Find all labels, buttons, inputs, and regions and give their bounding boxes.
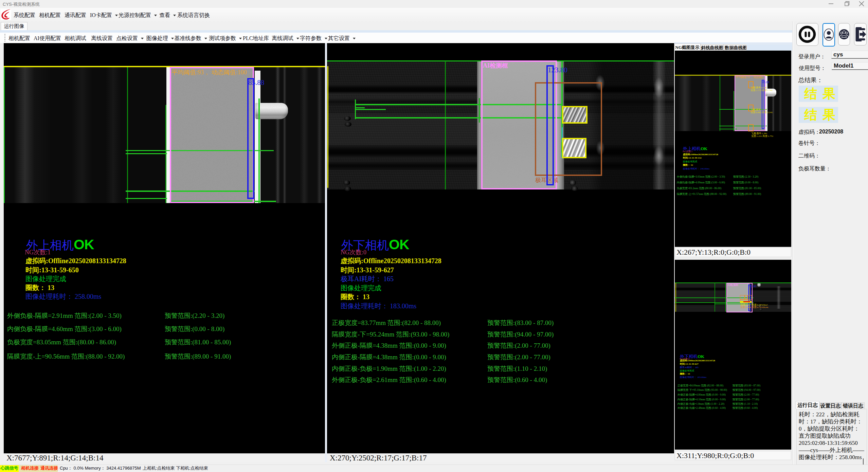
texture-layer [777, 286, 781, 309]
restore-icon[interactable] [842, 0, 852, 8]
green-line [720, 76, 720, 131]
texture-layer [675, 76, 791, 131]
measure-row: 外侧正极-负极=2.61mm 范围:(0.60 - 4.00) [332, 376, 446, 384]
measure-row: 预警范围:(0.00 - 8.00) [733, 181, 758, 184]
minimize-icon[interactable] [826, 0, 836, 8]
tool-image-proc[interactable]: 图像处理 [146, 35, 174, 42]
tab-run-image[interactable]: 运行图像 [1, 22, 28, 31]
ng-thumbnail-1[interactable]: 平均阈值:93， 动态阈值:100 85.88 飞翘 曲率:1.226 宽度:1… [675, 51, 791, 247]
close-icon[interactable] [856, 0, 867, 8]
menu-io-config[interactable]: IO卡配置 [90, 12, 118, 19]
measure-row: 内侧正极-隔膜=4.38mm 范围:(0.00 - 9.00) [332, 353, 446, 362]
model-label: 使用型号： [799, 65, 826, 72]
tool-ai-config[interactable]: AI使用配置 [34, 35, 61, 42]
time-line: 时间:13-31-59-627 [341, 266, 394, 275]
tab-ng-capture[interactable]: NG截图显示 [674, 43, 701, 51]
log-scroll-thumb[interactable] [863, 458, 864, 465]
toolbar-grip[interactable] [4, 34, 5, 41]
green-tick [355, 99, 356, 119]
tool-offline-set[interactable]: 离线设置 [91, 35, 113, 42]
vcode-line: 虚拟码:Offline20250208133134728 [341, 256, 441, 266]
tool-plc-library[interactable]: PLC地址库 [243, 35, 269, 42]
toolbar: 相机配置 AI使用配置 相机调试 离线设置 点检设置 图像处理 基准线参数 测试… [0, 33, 793, 43]
tab-rect-1 [562, 106, 587, 124]
ng-thumbnail-2[interactable]: AI检测框 123.80 宽度:0.957 高度:0.58%Yes> 宽度:1.… [675, 260, 791, 450]
users-group-button[interactable] [838, 23, 850, 46]
done-line: 图像处理完成 [683, 160, 697, 163]
texture-layer [702, 76, 711, 131]
tab-error-log[interactable]: 错误日志 [842, 402, 865, 409]
tab-setting-log[interactable]: 设置日志 [819, 402, 842, 409]
cost-line: 图像处理耗时： 258.00ms [25, 292, 101, 301]
measure-row: 外侧负极-隔膜=2.91mm 范围:(2.00 - 3.50) [7, 311, 122, 320]
measure-row: 负极宽度=83.2mm 范围:(80.00 - 86.00) [677, 186, 721, 190]
texture-layer [344, 116, 351, 121]
exit-button[interactable] [854, 23, 867, 46]
tab-slope-curve[interactable]: 斜线曲线图 [701, 44, 724, 51]
tool-test-params[interactable]: 测试项参数 [209, 35, 242, 42]
tab-data-curve[interactable]: 数据曲线图 [724, 44, 748, 51]
metal-tab-blob [255, 103, 288, 119]
tool-other-set[interactable]: 其它设置 [328, 35, 356, 42]
texture-layer [757, 283, 761, 287]
ai-cost-line: 极耳AI耗时： 165 [341, 274, 394, 284]
menu-system-config[interactable]: 系统配置 [14, 12, 35, 19]
heartbeat-indicator: 心跳信号 [0, 465, 19, 472]
yellow-baseline [675, 75, 791, 76]
texture-layer [72, 67, 92, 203]
model-input[interactable]: Model1 [832, 62, 868, 70]
tool-camera-config[interactable]: 相机配置 [8, 35, 30, 42]
tool-baseline[interactable]: 基准线参数 [174, 35, 207, 42]
ai-cost-line: 极耳AI耗时： 165 [680, 366, 699, 369]
chevron-down-icon [325, 38, 327, 39]
pause-button[interactable] [796, 23, 818, 46]
texture-layer [571, 186, 578, 191]
width-overlay-value: 123.80 [749, 285, 756, 288]
green-tick [479, 98, 480, 123]
chevron-down-icon [141, 38, 144, 39]
measure-row: 预警范围:(2.20 - 3.20) [165, 311, 224, 320]
menu-language-switch[interactable]: 系统语言切换 [177, 12, 210, 19]
measure-row: 预警范围:(89.00 - 91.00) [733, 192, 761, 196]
time-line: 时间:13-31-59-627 [680, 362, 699, 366]
measure-row: 外侧正极-负极=2.48mm 范围:(0.60 - 4.00) [677, 406, 726, 410]
virtual-code-label: 虚拟码： [798, 129, 820, 136]
menu-camera-config[interactable]: 相机配置 [39, 12, 61, 19]
width-overlay-value: 123.80 [548, 66, 567, 74]
run-log-area[interactable]: 耗时：222，缺陷检测耗时：17，缺陷分类耗时：0，缺陷提取分区耗时： 直方图提… [796, 409, 867, 470]
right-camera-view[interactable]: AI检测框 极耳区域 123.80 外下相机OK NG次数:0 虚拟码:Offl… [327, 43, 674, 462]
login-user-label: 登录用户： [798, 53, 826, 60]
done-line: 图像处理完成 [341, 284, 381, 293]
left-camera-view[interactable]: 平均阈值:93， 动态阈值:100 85.88 外上相机OK NG次数:1 虚拟… [4, 43, 325, 462]
menu-comm-config[interactable]: 通讯配置 [65, 12, 86, 19]
measure-row: 预警范围:(81.00 - 85.00) [733, 186, 761, 190]
tab-run-log[interactable]: 运行日志 [796, 401, 819, 409]
tool-offline-debug[interactable]: 离线调试 [272, 35, 299, 42]
measure-row: 正极宽度=84.09mm 范围:(82.00 - 88.00) [677, 384, 723, 387]
tool-char-params[interactable]: 字符参数 [300, 35, 327, 42]
pause-icon [797, 23, 818, 46]
green-line [4, 67, 5, 203]
result-box-1: 结果 [799, 86, 838, 102]
measure-row: 预警范围:(0.00 - 8.00) [165, 325, 224, 333]
texture-layer [765, 76, 767, 131]
texture-layer [106, 67, 121, 203]
document-tab-row: 运行图像 [0, 21, 868, 30]
ai-detect-label: AI检测框 [727, 283, 738, 287]
chevron-down-icon [173, 15, 176, 16]
measure-row: 内侧正极-负极=1.8mm 范围:(1.00 - 2.20) [677, 402, 724, 406]
menu-view[interactable]: 查看 [159, 12, 176, 19]
menu-light-config[interactable]: 光源控制配置 [119, 12, 157, 19]
user-login-button[interactable] [822, 23, 835, 47]
measure-row: 预警范围:(2.30 - 3.20) [733, 175, 758, 179]
green-line [126, 153, 167, 154]
tool-camera-debug[interactable]: 相机调试 [65, 35, 86, 42]
ng-thumb1-coordinate-bar: X:267;Y:13;R:0;G:0;B:0 [675, 247, 791, 257]
pink-detect-rect [170, 67, 254, 203]
app-logo-icon [1, 9, 11, 20]
login-user-input[interactable]: cys [831, 51, 868, 59]
texture-layer [654, 146, 664, 165]
tool-check-set[interactable]: 点检设置 [116, 35, 144, 42]
defect-label: 宽度:1.221 高度:1.751 [751, 134, 773, 138]
chevron-down-icon [296, 38, 299, 39]
